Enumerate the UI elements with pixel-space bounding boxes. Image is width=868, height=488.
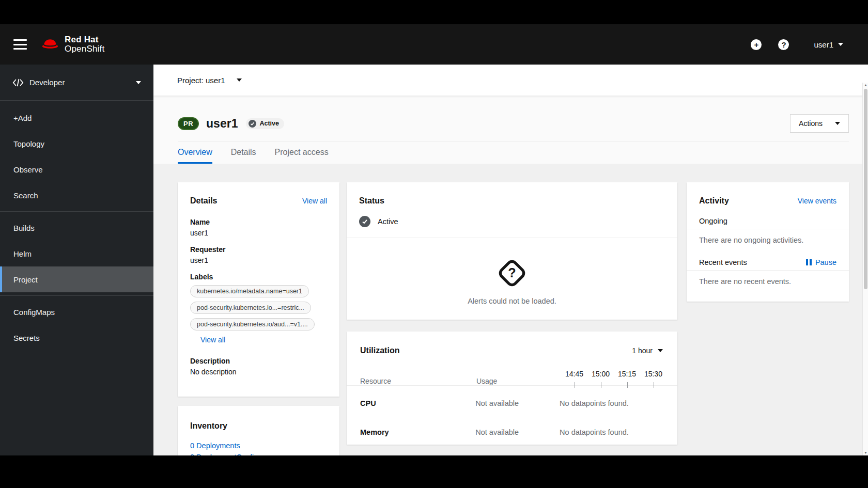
sidebar-divider: [0, 295, 153, 296]
code-icon: [12, 78, 24, 87]
name-value: user1: [190, 229, 327, 237]
chevron-down-icon: [835, 122, 840, 125]
deploymentconfigs-link[interactable]: 0 DeploymentConfigs: [190, 451, 327, 455]
quick-create-icon[interactable]: +: [751, 39, 762, 50]
sidebar-divider: [0, 211, 153, 212]
chevron-down-icon: [838, 43, 843, 46]
recent-events-empty-message: There are no recent events.: [687, 271, 849, 292]
utilization-card: Utilization 1 hour Resource Usage 14:45: [347, 332, 677, 445]
perspective-switcher[interactable]: Developer: [0, 65, 153, 101]
project-context-label: Project: user1: [177, 76, 225, 85]
activity-card-title: Activity: [699, 196, 729, 206]
label-chip: pod-security.kubernetes.io...=restric...: [190, 302, 311, 314]
vertical-scrollbar[interactable]: ▲ ▼: [862, 83, 868, 455]
ongoing-section-title: Ongoing: [699, 217, 727, 225]
project-resource-badge: PR: [178, 117, 199, 130]
overview-dashboard: Details View all Name user1 Requester us…: [153, 164, 868, 455]
tab-bar: Overview Details Project access: [178, 141, 849, 164]
time-tick: 15:30: [640, 370, 667, 385]
deployments-link[interactable]: 0 Deployments: [190, 440, 327, 451]
utilization-card-title: Utilization: [360, 346, 399, 355]
sidebar-item-builds[interactable]: Builds: [0, 215, 153, 241]
svg-text:?: ?: [508, 265, 516, 280]
details-card: Details View all Name user1 Requester us…: [178, 182, 339, 397]
labels-view-all-link[interactable]: View all: [200, 336, 225, 344]
time-tick: 15:15: [614, 370, 640, 385]
details-card-title: Details: [190, 196, 217, 206]
alerts-empty-message: Alerts could not be loaded.: [359, 297, 665, 305]
redhat-fedora-icon: [40, 37, 60, 52]
tab-overview[interactable]: Overview: [178, 148, 212, 164]
username: user1: [814, 40, 833, 49]
activity-card: Activity View events Ongoing There are n…: [687, 182, 849, 302]
scroll-up-arrow-icon[interactable]: ▲: [863, 83, 868, 87]
project-context-selector[interactable]: Project: user1: [153, 65, 868, 96]
brand-logo: Red Hat OpenShift: [40, 35, 104, 54]
sidebar-item-observe[interactable]: Observe: [0, 156, 153, 182]
label-chip: kubernetes.io/metadata.name=user1: [190, 285, 309, 297]
description-label: Description: [190, 357, 327, 365]
user-menu[interactable]: user1: [814, 40, 843, 49]
scroll-down-arrow-icon[interactable]: ▼: [863, 451, 868, 454]
alerts-empty-state: ? Alerts could not be loaded.: [347, 238, 677, 320]
requester-value: user1: [190, 256, 327, 264]
actions-button[interactable]: Actions: [790, 114, 849, 133]
view-events-link[interactable]: View events: [798, 197, 836, 205]
brand-line1: Red Hat: [65, 35, 104, 44]
time-axis: 14:45 15:00 15:15 15:30: [561, 370, 667, 385]
duration-dropdown[interactable]: 1 hour: [632, 347, 663, 355]
app-body: Developer +Add Topology Observe Search B…: [0, 65, 868, 455]
pause-events-button[interactable]: Pause: [806, 258, 836, 266]
sidebar-item-helm[interactable]: Helm: [0, 241, 153, 266]
labels-label: Labels: [190, 273, 327, 281]
tab-details[interactable]: Details: [231, 148, 256, 164]
status-card-title: Status: [359, 196, 384, 205]
description-value: No description: [190, 368, 327, 376]
inventory-card: Inventory 0 Deployments 0 DeploymentConf…: [178, 406, 339, 455]
usage-column-header: Usage: [476, 377, 561, 385]
tab-project-access[interactable]: Project access: [275, 148, 329, 164]
masthead: Red Hat OpenShift + ? user1: [0, 24, 868, 65]
main-area: Project: user1 PR user1 Active Actions: [153, 65, 868, 455]
brand-line2: OpenShift: [65, 44, 104, 54]
utilization-row-cpu: CPU Not available No datapoints found.: [347, 386, 677, 416]
unknown-icon: ?: [497, 258, 528, 289]
check-circle-icon: [249, 120, 256, 128]
details-view-all-link[interactable]: View all: [302, 197, 327, 205]
check-circle-icon: [359, 216, 370, 227]
perspective-label: Developer: [29, 78, 65, 87]
page-title: user1: [206, 117, 238, 131]
utilization-row-memory: Memory Not available No datapoints found…: [347, 416, 677, 445]
sidebar-item-search[interactable]: Search: [0, 182, 153, 208]
scrollbar-thumb[interactable]: [864, 89, 867, 289]
sidebar: Developer +Add Topology Observe Search B…: [0, 65, 153, 455]
sidebar-item-configmaps[interactable]: ConfigMaps: [0, 299, 153, 325]
menu-toggle-icon[interactable]: [13, 39, 27, 50]
sidebar-item-add[interactable]: +Add: [0, 105, 153, 131]
resource-column-header: Resource: [360, 377, 476, 385]
help-icon[interactable]: ?: [778, 39, 789, 50]
chevron-down-icon: [136, 81, 141, 84]
chevron-down-icon: [658, 349, 663, 352]
time-tick: 14:45: [561, 370, 587, 385]
sidebar-item-topology[interactable]: Topology: [0, 131, 153, 156]
sidebar-item-secrets[interactable]: Secrets: [0, 325, 153, 351]
time-tick: 15:00: [587, 370, 614, 385]
status-value: Active: [378, 217, 398, 226]
page-header: PR user1 Active Actions Overview: [153, 96, 868, 164]
inventory-card-title: Inventory: [190, 421, 227, 430]
name-label: Name: [190, 218, 327, 226]
sidebar-item-project[interactable]: Project: [0, 266, 153, 292]
status-badge: Active: [246, 118, 284, 129]
status-card: Status Active: [347, 182, 677, 320]
ongoing-empty-message: There are no ongoing activities.: [687, 229, 849, 251]
label-chip: pod-security.kubernetes.io/aud...=v1....: [190, 318, 315, 330]
chevron-down-icon: [237, 78, 242, 82]
requester-label: Requester: [190, 245, 327, 254]
recent-events-section-title: Recent events: [699, 258, 747, 266]
pause-icon: [806, 259, 812, 265]
screen: Red Hat OpenShift + ? user1 Developer: [0, 0, 868, 488]
